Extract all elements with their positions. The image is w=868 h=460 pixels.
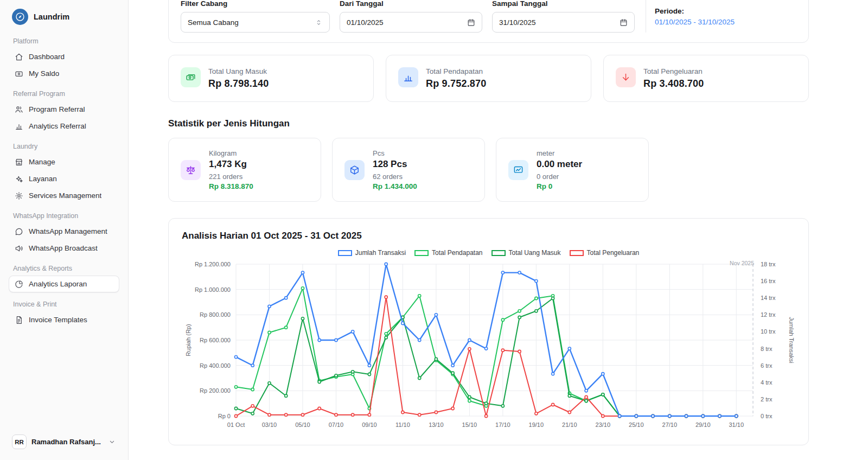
sidebar-item-label: Layanan bbox=[29, 175, 57, 183]
sidebar-item-dashboard[interactable]: Dashboard bbox=[9, 48, 119, 65]
summary-card-value: Rp 9.752.870 bbox=[426, 78, 486, 90]
calendar-icon bbox=[620, 18, 628, 27]
legend-item-total-uang-masuk[interactable]: Total Uang Masuk bbox=[492, 249, 561, 257]
nav-section-label: Laundry bbox=[13, 143, 115, 150]
wallet-icon bbox=[15, 69, 23, 78]
nav-section-label: Referral Program bbox=[13, 90, 115, 98]
user-name: Ramadhan Rafsanj... bbox=[31, 438, 103, 446]
legend-label: Total Pengeluaran bbox=[587, 249, 640, 257]
to-date-label: Sampai Tanggal bbox=[492, 0, 635, 8]
sidebar-item-layanan[interactable]: Layanan bbox=[9, 170, 119, 187]
brand[interactable]: Laundrim bbox=[9, 8, 119, 29]
sidebar-item-manage[interactable]: Manage bbox=[9, 154, 119, 170]
svg-text:17/10: 17/10 bbox=[495, 421, 510, 428]
legend-item-jumlah-transaksi[interactable]: Jumlah Transaksi bbox=[338, 249, 406, 257]
svg-text:15/10: 15/10 bbox=[462, 421, 477, 428]
svg-text:10 trx: 10 trx bbox=[761, 328, 776, 335]
nav-section: Invoice & PrintInvoice Templates bbox=[9, 301, 119, 328]
sidebar-item-label: Dashboard bbox=[29, 53, 65, 61]
summary-card-total-pengeluaran: Total PengeluaranRp 3.408.700 bbox=[603, 55, 809, 102]
nav-section: WhatsApp IntegrationWhatsApp ManagementW… bbox=[9, 212, 119, 257]
megaphone-icon bbox=[15, 244, 23, 253]
svg-text:Rp 400.000: Rp 400.000 bbox=[200, 362, 231, 369]
cabang-select[interactable]: Semua Cabang bbox=[181, 12, 330, 33]
sidebar-item-label: Manage bbox=[29, 158, 55, 166]
from-date-label: Dari Tanggal bbox=[340, 0, 482, 8]
sidebar-item-my-saldo[interactable]: My Saldo bbox=[9, 65, 119, 82]
select-updown-icon bbox=[315, 18, 323, 27]
stat-card-orders: 0 order bbox=[537, 173, 582, 181]
sparkles-icon bbox=[15, 175, 23, 183]
summary-card-label: Total Pengeluaran bbox=[643, 67, 704, 75]
svg-text:09/10: 09/10 bbox=[362, 421, 377, 428]
sidebar-item-label: Program Referral bbox=[29, 105, 85, 113]
svg-text:6 trx: 6 trx bbox=[761, 362, 773, 369]
svg-text:2 trx: 2 trx bbox=[761, 396, 773, 403]
nav-section: LaundryManageLayananServices Management bbox=[9, 143, 119, 204]
legend-label: Total Pendapatan bbox=[432, 249, 482, 257]
svg-text:14 trx: 14 trx bbox=[761, 295, 776, 301]
legend-item-total-pendapatan[interactable]: Total Pendapatan bbox=[414, 249, 482, 257]
to-date-input[interactable]: 31/10/2025 bbox=[492, 12, 635, 33]
legend-label: Total Uang Masuk bbox=[509, 249, 561, 257]
svg-text:18 trx: 18 trx bbox=[761, 261, 776, 267]
scale-icon bbox=[181, 160, 201, 180]
sidebar-item-whatsapp-broadcast[interactable]: WhatsApp Broadcast bbox=[9, 240, 119, 257]
chevron-down-icon bbox=[108, 438, 116, 446]
sidebar: Laundrim PlatformDashboardMy SaldoReferr… bbox=[0, 0, 129, 460]
periode-value: 01/10/2025 - 31/10/2025 bbox=[655, 18, 735, 26]
summary-card-total-uang-masuk: Total Uang MasukRp 8.798.140 bbox=[168, 55, 374, 102]
svg-text:23/10: 23/10 bbox=[596, 421, 611, 428]
stat-card-orders: 221 orders bbox=[209, 173, 253, 181]
sidebar-item-program-referral[interactable]: Program Referral bbox=[9, 101, 119, 118]
periode-label: Periode: bbox=[655, 7, 735, 15]
sidebar-item-label: WhatsApp Broadcast bbox=[29, 244, 98, 252]
daily-analysis-chart: Rp 0Rp 200.000Rp 400.000Rp 600.000Rp 800… bbox=[182, 258, 795, 445]
invoice-icon bbox=[15, 316, 23, 324]
from-date-input[interactable]: 01/10/2025 bbox=[340, 12, 482, 33]
svg-text:Rp 0: Rp 0 bbox=[218, 413, 231, 419]
stat-card-amount: Rp 8.318.870 bbox=[209, 182, 253, 190]
chart-card: Analisis Harian 01 Oct 2025 - 31 Oct 202… bbox=[168, 218, 809, 445]
sidebar-item-label: Invoice Templates bbox=[29, 316, 87, 324]
svg-text:Rp 600.000: Rp 600.000 bbox=[200, 337, 231, 343]
chart-column-icon bbox=[398, 67, 418, 87]
summary-card-label: Total Pendapatan bbox=[426, 67, 486, 75]
svg-text:07/10: 07/10 bbox=[329, 421, 344, 428]
svg-text:11/10: 11/10 bbox=[395, 421, 410, 428]
stats-section-title: Statistik per Jenis Hitungan bbox=[168, 118, 809, 129]
svg-text:0 trx: 0 trx bbox=[761, 413, 773, 419]
stat-card-kilogram: Kilogram1,473 Kg221 ordersRp 8.318.870 bbox=[168, 138, 321, 202]
stat-card-unit: Pcs bbox=[373, 149, 417, 157]
svg-text:27/10: 27/10 bbox=[662, 421, 678, 428]
bar-chart-icon bbox=[15, 122, 23, 131]
summary-card-value: Rp 3.408.700 bbox=[643, 78, 704, 90]
sidebar-item-invoice-templates[interactable]: Invoice Templates bbox=[9, 311, 119, 328]
user-menu[interactable]: RR Ramadhan Rafsanj... bbox=[9, 431, 119, 452]
nav-section-label: Platform bbox=[13, 37, 115, 45]
sidebar-item-analytics-referral[interactable]: Analytics Referral bbox=[9, 118, 119, 135]
chart-title: Analisis Harian 01 Oct 2025 - 31 Oct 202… bbox=[169, 231, 808, 241]
users-icon bbox=[15, 105, 23, 114]
stat-card-unit: meter bbox=[537, 149, 582, 157]
sidebar-item-analytics-laporan[interactable]: Analytics Laporan bbox=[9, 276, 119, 292]
sidebar-item-whatsapp-management[interactable]: WhatsApp Management bbox=[9, 223, 119, 240]
cube-icon bbox=[344, 160, 365, 180]
legend-swatch bbox=[414, 250, 429, 256]
svg-text:Jumlah Transaksi: Jumlah Transaksi bbox=[788, 317, 795, 363]
stat-card-value: 128 Pcs bbox=[373, 159, 417, 170]
filter-cabang-label: Filter Cabang bbox=[181, 0, 330, 8]
sidebar-item-label: Analytics Referral bbox=[29, 122, 86, 130]
stat-card-pcs: Pcs128 Pcs62 ordersRp 1.434.000 bbox=[332, 138, 485, 202]
svg-text:31/10: 31/10 bbox=[729, 421, 744, 428]
sidebar-item-label: Services Management bbox=[29, 191, 101, 200]
stat-card-amount: Rp 0 bbox=[537, 182, 582, 190]
nav-section: PlatformDashboardMy Saldo bbox=[9, 37, 119, 82]
from-date-value: 01/10/2025 bbox=[347, 18, 384, 27]
nav-section: Analytics & ReportsAnalytics Laporan bbox=[9, 265, 119, 292]
sidebar-item-services-management[interactable]: Services Management bbox=[9, 187, 119, 204]
legend-item-total-pengeluaran[interactable]: Total Pengeluaran bbox=[570, 249, 640, 257]
to-date-value: 31/10/2025 bbox=[499, 18, 536, 27]
meter-icon bbox=[508, 160, 528, 180]
svg-text:Rp 200.000: Rp 200.000 bbox=[200, 387, 231, 394]
